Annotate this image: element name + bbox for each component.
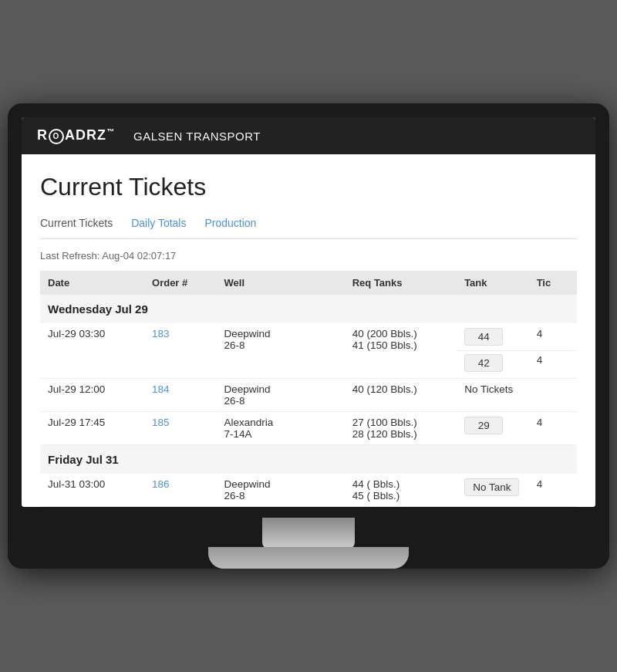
cell-well: Deepwind26-8 [217,323,345,379]
cell-ticket: 4 [529,412,577,445]
cell-order: 183 [144,323,216,379]
company-name: GALSEN TRANSPORT [133,130,261,143]
logo: ROADRZ™ [37,127,115,144]
cell-ticket: 4 [529,474,577,507]
tv-monitor: ROADRZ™ GALSEN TRANSPORT Current Tickets… [8,103,609,569]
tab-production[interactable]: Production [204,211,271,238]
table-row: Jul-29 17:45 185 Alexandria7-14A 27 (100… [40,412,577,445]
order-link[interactable]: 186 [152,478,170,490]
group-header-fri-label: Friday Jul 31 [40,445,577,474]
cell-no-tickets: No Tickets [457,379,528,412]
main-content: Current Tickets Current Tickets Daily To… [22,154,595,507]
tv-stand [22,507,595,569]
tank-badge: 29 [464,417,503,434]
cell-req-tanks: 27 (100 Bbls.)28 (120 Bbls.) [345,412,457,445]
cell-ticket-sub: 4 [529,351,577,379]
cell-tank-sub: 42 [457,351,528,379]
cell-ticket: 4 [529,323,577,351]
cell-tank: 29 [457,412,528,445]
tv-base [208,547,409,569]
cell-tank: 44 [457,323,528,351]
order-link[interactable]: 185 [152,417,170,428]
tab-current-tickets[interactable]: Current Tickets [40,211,128,238]
tank-badge-sub: 42 [464,354,503,372]
cell-req-tanks: 44 ( Bbls.)45 ( Bbls.) [345,474,457,507]
tv-screen: ROADRZ™ GALSEN TRANSPORT Current Tickets… [22,117,595,507]
cell-order: 185 [144,412,216,445]
tabs-container: Current Tickets Daily Totals Production [40,211,577,239]
no-tank-badge: No Tank [464,478,519,496]
tickets-table: Date Order # Well Req Tanks Tank Tic Wed… [40,271,577,507]
cell-well: Deepwind26-8 [217,379,345,412]
page-title: Current Tickets [40,173,577,201]
app-header: ROADRZ™ GALSEN TRANSPORT [22,117,595,154]
cell-date: Jul-31 03:00 [40,474,144,507]
group-header-wed: Wednesday Jul 29 [40,295,577,323]
group-header-fri: Friday Jul 31 [40,445,577,474]
tank-badge: 44 [464,328,503,346]
col-header-well: Well [217,271,345,295]
col-header-date: Date [40,271,144,295]
table-row: Jul-29 12:00 184 Deepwind26-8 40 (120 Bb… [40,379,577,412]
cell-date: Jul-29 17:45 [40,412,144,445]
cell-req-tanks: 40 (200 Bbls.)41 (150 Bbls.) [345,323,457,379]
col-header-req-tanks: Req Tanks [345,271,457,295]
cell-order: 184 [144,379,216,412]
cell-order: 186 [144,474,216,507]
cell-well: Deepwind26-8 [217,474,345,507]
order-link[interactable]: 183 [152,328,170,339]
cell-req-tanks: 40 (120 Bbls.) [345,379,457,412]
col-header-tank: Tank [457,271,528,295]
tv-neck [262,518,355,549]
tab-daily-totals[interactable]: Daily Totals [131,211,201,238]
last-refresh: Last Refresh: Aug-04 02:07:17 [40,250,577,262]
cell-well: Alexandria7-14A [217,412,345,445]
col-header-tic: Tic [529,271,577,295]
col-header-order: Order # [144,271,216,295]
order-link[interactable]: 184 [152,383,170,395]
cell-date: Jul-29 12:00 [40,379,144,412]
table-row: Jul-29 03:30 183 Deepwind26-8 40 (200 Bb… [40,323,577,351]
logo-text: ROADRZ™ [37,127,115,144]
table-row: Jul-31 03:00 186 Deepwind26-8 44 ( Bbls.… [40,474,577,507]
cell-ticket-empty [529,379,577,412]
group-header-wed-label: Wednesday Jul 29 [40,295,577,323]
cell-date: Jul-29 03:30 [40,323,144,379]
table-header-row: Date Order # Well Req Tanks Tank Tic [40,271,577,295]
cell-no-tank: No Tank [457,474,528,507]
